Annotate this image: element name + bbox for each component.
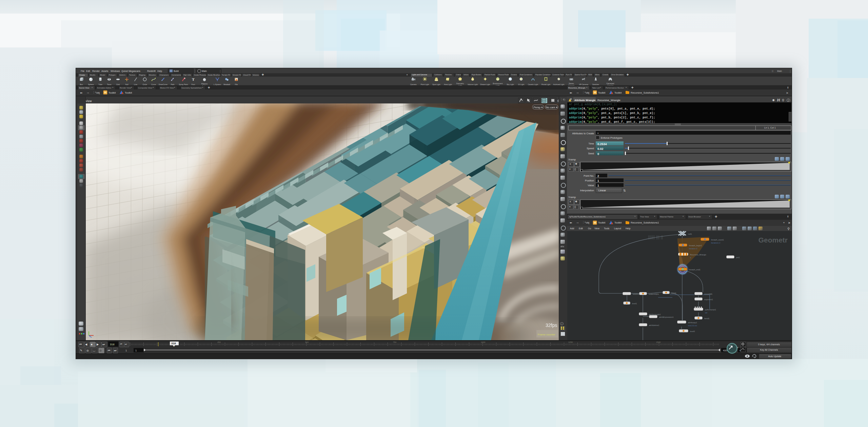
svg-text:Terrain FX: Terrain FX xyxy=(222,74,231,76)
svg-text:Tools: Tools xyxy=(604,227,610,230)
svg-text:Populate Containers: Populate Containers xyxy=(535,74,551,76)
svg-text:Constraints: Constraints xyxy=(172,74,181,76)
svg-text:Iteration 0: Iteration 0 xyxy=(689,248,697,250)
svg-text:Spray Paint: Spray Paint xyxy=(179,83,188,85)
svg-text:⚲: ⚲ xyxy=(787,227,790,231)
svg-text:Toolkit: Toolkit xyxy=(598,91,606,94)
svg-text:attribExpression1: attribExpression1 xyxy=(659,316,674,318)
svg-text:Hair Utils: Hair Utils xyxy=(183,74,191,76)
svg-text:✸: ✸ xyxy=(772,98,775,102)
svg-text:Torus: Torus xyxy=(107,83,112,85)
svg-text:⏮: ⏮ xyxy=(108,349,110,352)
svg-text:Sparse Pyro FX: Sparse Pyro FX xyxy=(575,74,587,76)
svg-text:Simple FX: Simple FX xyxy=(233,74,241,76)
svg-text:4.2: 4.2 xyxy=(729,345,731,347)
svg-text:Polygon: Polygon xyxy=(109,74,116,76)
svg-text:■: ■ xyxy=(600,86,601,88)
svg-text:■: ■ xyxy=(202,86,203,88)
svg-text:Linear: Linear xyxy=(598,189,606,192)
svg-text:Assets: Assets xyxy=(101,70,108,72)
svg-text:Yramp: Yramp xyxy=(568,196,576,199)
svg-text:Pyro FX: Pyro FX xyxy=(566,74,572,76)
svg-text:Attribute Wrangle: Attribute Wrangle xyxy=(574,99,596,102)
svg-text:■: ■ xyxy=(92,86,93,88)
svg-text:⏭: ⏭ xyxy=(125,343,127,345)
svg-text:T: T xyxy=(192,77,195,81)
svg-text:0.02: 0.02 xyxy=(597,147,604,151)
svg-text:➤: ➤ xyxy=(786,91,789,95)
svg-text:obj: obj xyxy=(96,91,100,94)
svg-text:▮: ▮ xyxy=(787,215,789,217)
svg-text:exponent1: exponent1 xyxy=(704,298,713,300)
svg-text:Recursive_Subdivisions1: Recursive_Subdivisions1 xyxy=(631,91,659,94)
svg-text:Edit: Edit xyxy=(579,227,583,230)
svg-text:Deform: Deform xyxy=(119,74,125,76)
svg-text:Position: Position xyxy=(585,179,594,182)
svg-text:attribdelete1: attribdelete1 xyxy=(649,324,659,326)
svg-text:Particles: Particles xyxy=(445,74,452,76)
svg-text:Auto Update: Auto Update xyxy=(768,355,782,358)
svg-text:Asset Browser: Asset Browser xyxy=(688,216,701,218)
svg-text:Motion FX View: Motion FX View xyxy=(160,87,174,89)
svg-text:Recursive_Wrangle: Recursive_Wrangle xyxy=(597,99,620,102)
svg-text:Fluid Containers: Fluid Containers xyxy=(520,74,532,76)
svg-text:⬅: ⬅ xyxy=(80,91,82,95)
svg-text:Seed: Seed xyxy=(588,152,594,155)
svg-text:null1: null1 xyxy=(688,233,692,235)
svg-text:File: File xyxy=(81,70,84,72)
svg-text:Guide Process: Guide Process xyxy=(194,74,206,76)
svg-text:ⓘ: ⓘ xyxy=(787,98,790,102)
svg-text:Redshift: Redshift xyxy=(147,70,156,72)
svg-text:Persp ▾: Persp ▾ xyxy=(533,106,542,109)
svg-text:Path: Path xyxy=(171,83,175,85)
svg-text:Main: Main xyxy=(202,70,207,72)
svg-text:500: 500 xyxy=(305,341,309,343)
svg-text:pnt1: pnt1 xyxy=(736,256,740,258)
svg-text:Tube: Tube xyxy=(98,83,102,85)
svg-text:Enforce Prototypes: Enforce Prototypes xyxy=(601,136,623,139)
svg-text:smooth#1: smooth#1 xyxy=(704,293,712,295)
svg-text:Take List: Take List xyxy=(592,87,600,89)
svg-text:Font: Font xyxy=(192,83,195,85)
svg-text:✚: ✚ xyxy=(631,86,634,89)
svg-text:▶: ▶ xyxy=(97,343,99,346)
svg-text:Animation Editor: Animation Editor xyxy=(97,87,112,89)
svg-text:Point Light: Point Light xyxy=(421,83,429,85)
svg-text:Layout: Layout xyxy=(614,227,621,230)
svg-text:32fps: 32fps xyxy=(546,323,557,328)
svg-text:Grid: Grid xyxy=(116,83,120,85)
svg-text:➡: ➡ xyxy=(576,91,579,95)
svg-text:✕: ✕ xyxy=(569,163,571,165)
svg-text:◎: ◎ xyxy=(86,349,89,352)
svg-text:Recursive_Wrangle: Recursive_Wrangle xyxy=(568,87,585,89)
svg-text:Key All Channels: Key All Channels xyxy=(760,349,778,351)
svg-text:▾: ▾ xyxy=(569,206,571,208)
svg-text:Guide Brushes: Guide Brushes xyxy=(208,74,220,76)
svg-text:Time: Time xyxy=(589,142,594,145)
svg-text:▾: ▾ xyxy=(783,221,785,224)
svg-text:■: ■ xyxy=(626,86,627,88)
svg-text:..bj/Toolkit/Toolkit/Recursive: ..bj/Toolkit/Toolkit/Recursive_Subdivisi… xyxy=(568,216,606,218)
svg-text:Volume Light: Volume Light xyxy=(468,83,478,85)
svg-text:Iterations 2: Iterations 2 xyxy=(711,242,720,244)
svg-text:Create: Create xyxy=(79,74,85,76)
svg-text:Distant Light: Distant Light xyxy=(480,83,490,85)
svg-text:ⓘ: ⓘ xyxy=(560,322,564,326)
svg-text:Viscous Fluids: Viscous Fluids xyxy=(498,74,509,76)
svg-text:Xramp: Xramp xyxy=(568,158,576,161)
svg-text:Archived Light: Archived Light xyxy=(553,83,565,85)
svg-text:Attributes to Create: Attributes to Create xyxy=(572,132,594,135)
svg-text:Edit: Edit xyxy=(86,70,90,72)
svg-text:VR Camera: VR Camera xyxy=(579,83,588,85)
svg-text:foreach_end1: foreach_end1 xyxy=(689,269,701,271)
svg-text:Switcher: Switcher xyxy=(592,83,599,85)
svg-text:Sky Light: Sky Light xyxy=(507,83,514,85)
svg-text:File: File xyxy=(235,83,238,85)
svg-text:Toolkit: Toolkit xyxy=(614,221,622,224)
svg-text:Rigid Bodies: Rigid Bodies xyxy=(472,74,481,76)
svg-text:■: ■ xyxy=(709,215,710,217)
svg-text:1500: 1500 xyxy=(656,341,661,343)
svg-text:Toolkit: Toolkit xyxy=(125,91,132,94)
svg-text:⏭: ⏭ xyxy=(102,343,105,346)
svg-text:Build: Build xyxy=(174,70,179,72)
